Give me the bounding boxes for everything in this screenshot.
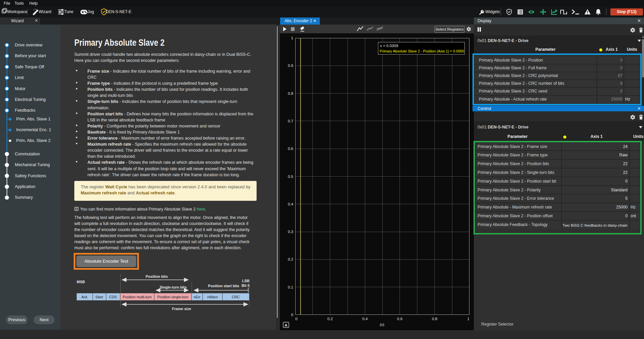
svg-text:0.8: 0.8: [288, 91, 293, 96]
svg-text:CRC: CRC: [232, 295, 240, 299]
svg-text:0.5: 0.5: [288, 175, 293, 179]
svg-text:0.3: 0.3: [288, 230, 293, 234]
svg-text:Position multi-turn: Position multi-turn: [123, 295, 152, 299]
svg-text:MSB: MSB: [77, 280, 85, 284]
svg-text:0.1: 0.1: [288, 285, 293, 289]
svg-text:0.7: 0.7: [288, 119, 293, 123]
svg-text:LSB: LSB: [242, 279, 250, 283]
svg-text:Position start bits: Position start bits: [208, 284, 239, 288]
svg-text:nErr: nErr: [194, 295, 201, 299]
svg-text:0.2: 0.2: [328, 317, 333, 321]
svg-text:(s): (s): [380, 323, 384, 327]
svg-text:Bit 0: Bit 0: [241, 284, 250, 288]
svg-text:nWarn: nWarn: [207, 295, 218, 299]
svg-text:Frame size: Frame size: [172, 307, 191, 311]
svg-text:1: 1: [467, 317, 469, 321]
svg-text:A: A: [285, 323, 287, 327]
svg-text:0: 0: [291, 313, 293, 317]
svg-text:Ack: Ack: [81, 295, 88, 299]
svg-text:CDS: CDS: [109, 295, 117, 299]
svg-text:0.9: 0.9: [288, 64, 293, 68]
svg-text:Position bits: Position bits: [146, 274, 168, 278]
svg-text:0: 0: [295, 317, 297, 321]
svg-text:0.2: 0.2: [288, 257, 293, 261]
svg-text:Start: Start: [96, 295, 103, 299]
svg-text:0.4: 0.4: [288, 202, 294, 206]
svg-text:Position single-turn: Position single-turn: [157, 295, 188, 299]
svg-text:0.6: 0.6: [397, 317, 403, 321]
svg-text:0.6: 0.6: [288, 147, 293, 151]
svg-text:0.4: 0.4: [362, 317, 368, 321]
svg-text:0.8: 0.8: [432, 317, 437, 321]
svg-text:1: 1: [291, 36, 293, 40]
svg-text:Single-turn bits: Single-turn bits: [160, 285, 187, 289]
